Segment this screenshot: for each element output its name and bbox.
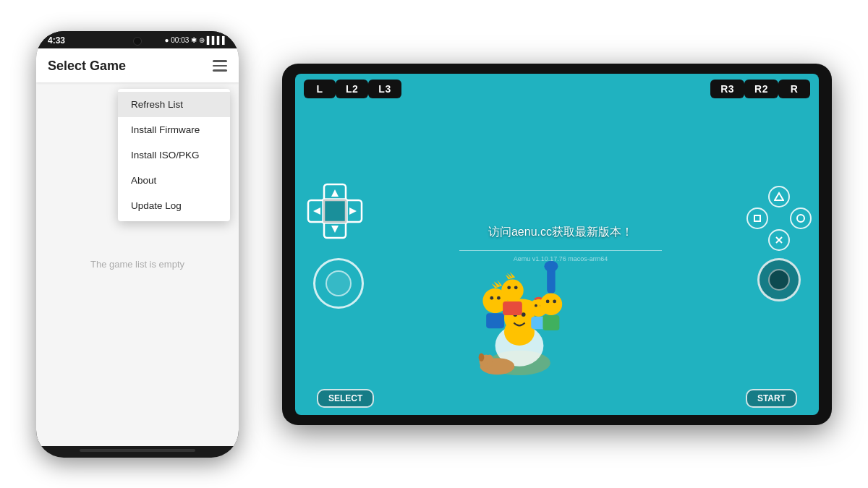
svg-marker-23 bbox=[506, 271, 515, 279]
svg-point-31 bbox=[546, 299, 550, 303]
phone-home-bar bbox=[80, 449, 195, 452]
svg-point-16 bbox=[497, 296, 501, 299]
dropdown-item-iso[interactable]: Install ISO/PKG bbox=[118, 142, 230, 168]
phone-body: 4:33 ● 00:03 ✱ ⊕ ▌▌▌▌ Select Game Refres… bbox=[36, 31, 239, 458]
phone-camera bbox=[133, 37, 142, 46]
button-start[interactable]: START bbox=[746, 389, 797, 408]
phone-screen: Select Game Refresh List Install Firmwar… bbox=[36, 48, 239, 446]
button-L2[interactable]: L2 bbox=[336, 80, 368, 98]
tablet-device: L L2 L3 R3 R2 R bbox=[282, 64, 832, 425]
status-indicator: ● 00:03 ✱ ⊕ ▌▌▌▌ bbox=[164, 36, 227, 44]
svg-point-37 bbox=[486, 354, 493, 364]
game-art bbox=[447, 218, 592, 384]
face-buttons-group bbox=[746, 186, 812, 251]
svg-rect-33 bbox=[542, 315, 559, 330]
status-time: 4:33 bbox=[48, 35, 65, 46]
svg-point-15 bbox=[490, 296, 493, 299]
app-bar: Select Game bbox=[36, 48, 239, 82]
button-R2[interactable]: R2 bbox=[744, 80, 778, 98]
button-select[interactable]: SELECT bbox=[317, 389, 374, 408]
button-R[interactable]: R bbox=[778, 80, 810, 98]
svg-point-40 bbox=[797, 215, 804, 222]
svg-point-30 bbox=[540, 293, 563, 315]
svg-rect-2 bbox=[323, 199, 347, 223]
button-L3[interactable]: L3 bbox=[368, 80, 401, 98]
shoulder-buttons-bar: L L2 L3 R3 R2 R bbox=[295, 74, 819, 101]
game-center-sub: Aemu v1.10.17.76 macos-arm64 bbox=[514, 255, 608, 262]
app-title: Select Game bbox=[48, 59, 126, 74]
game-center-text: 访问aenu.cc获取最新版本！ bbox=[488, 225, 633, 240]
svg-point-19 bbox=[501, 279, 524, 301]
svg-rect-43 bbox=[754, 215, 760, 221]
phone-device: 4:33 ● 00:03 ✱ ⊕ ▌▌▌▌ Select Game Refres… bbox=[36, 31, 239, 458]
dropdown-item-refresh[interactable]: Refresh List bbox=[118, 92, 230, 117]
svg-point-20 bbox=[507, 286, 511, 289]
bottom-buttons-bar: SELECT START bbox=[295, 386, 819, 415]
button-L[interactable]: L bbox=[304, 80, 336, 98]
svg-marker-4 bbox=[331, 226, 339, 233]
left-controls bbox=[302, 179, 375, 309]
button-triangle[interactable] bbox=[768, 186, 790, 207]
tablet-screen: L L2 L3 R3 R2 R bbox=[295, 74, 819, 415]
right-analog-stick[interactable] bbox=[757, 258, 801, 301]
svg-rect-22 bbox=[503, 301, 522, 314]
status-icons: ● 00:03 ✱ ⊕ ▌▌▌▌ bbox=[164, 36, 227, 44]
svg-marker-6 bbox=[349, 207, 357, 215]
dropdown-item-firmware[interactable]: Install Firmware bbox=[118, 117, 230, 142]
button-cross[interactable] bbox=[768, 229, 790, 251]
dropdown-menu: Refresh List Install Firmware Install IS… bbox=[118, 89, 230, 221]
svg-marker-39 bbox=[775, 193, 783, 200]
main-controls-area: 访问aenu.cc获取最新版本！ Aemu v1.10.17.76 macos-… bbox=[295, 101, 819, 386]
right-controls bbox=[746, 186, 812, 301]
svg-point-21 bbox=[514, 286, 518, 289]
left-analog-stick[interactable] bbox=[313, 258, 364, 309]
svg-point-12 bbox=[522, 312, 526, 317]
svg-rect-18 bbox=[486, 313, 504, 328]
dropdown-item-about[interactable]: About bbox=[118, 168, 230, 193]
game-display-area: 访问aenu.cc获取最新版本！ Aemu v1.10.17.76 macos-… bbox=[375, 225, 746, 262]
button-square[interactable] bbox=[746, 207, 768, 229]
tablet-body: L L2 L3 R3 R2 R bbox=[282, 64, 832, 425]
dropdown-item-log[interactable]: Update Log bbox=[118, 193, 230, 218]
overflow-menu-icon[interactable] bbox=[213, 60, 227, 72]
svg-point-32 bbox=[553, 299, 556, 303]
svg-point-25 bbox=[535, 304, 537, 307]
button-circle[interactable] bbox=[790, 207, 812, 229]
svg-marker-5 bbox=[313, 207, 320, 215]
svg-point-38 bbox=[479, 353, 485, 361]
button-R3[interactable]: R3 bbox=[710, 80, 744, 98]
center-divider bbox=[459, 250, 662, 251]
svg-marker-17 bbox=[492, 280, 502, 288]
dpad[interactable] bbox=[302, 179, 375, 251]
empty-list-text: The game list is empty bbox=[90, 259, 184, 270]
svg-marker-3 bbox=[331, 189, 339, 197]
